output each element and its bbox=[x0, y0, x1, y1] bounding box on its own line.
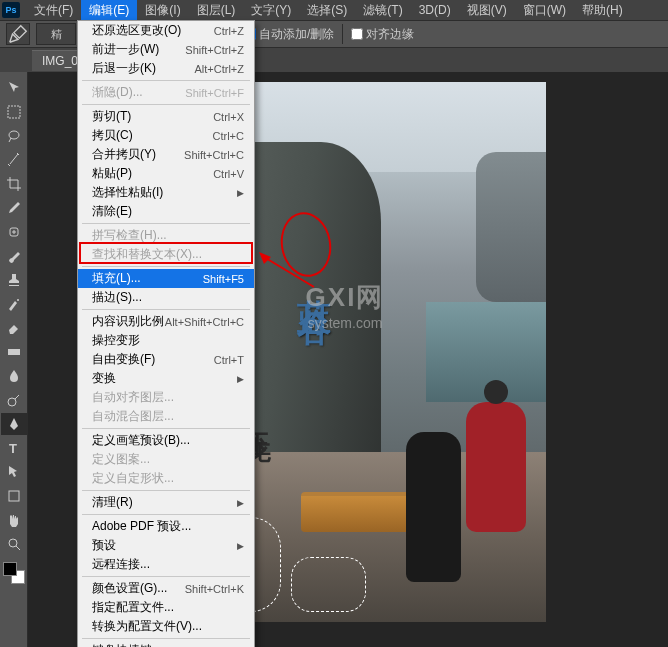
history-brush-tool[interactable] bbox=[1, 293, 27, 315]
menu-help[interactable]: 帮助(H) bbox=[574, 0, 631, 21]
fg-color-swatch[interactable] bbox=[3, 562, 17, 576]
lasso-tool[interactable] bbox=[1, 125, 27, 147]
menu-item[interactable]: 预设▶ bbox=[78, 536, 254, 555]
menu-item-label: 变换 bbox=[92, 370, 116, 387]
menu-item[interactable]: 转换为配置文件(V)... bbox=[78, 617, 254, 636]
menu-file[interactable]: 文件(F) bbox=[26, 0, 81, 21]
menu-window[interactable]: 窗口(W) bbox=[515, 0, 574, 21]
menu-view[interactable]: 视图(V) bbox=[459, 0, 515, 21]
align-edge-checkbox[interactable]: 对齐边缘 bbox=[351, 26, 414, 43]
menu-item-label: 合并拷贝(Y) bbox=[92, 146, 156, 163]
menu-item-label: 自动对齐图层... bbox=[92, 389, 174, 406]
svg-rect-14 bbox=[9, 491, 19, 501]
menu-item[interactable]: 描边(S)... bbox=[78, 288, 254, 307]
menu-item[interactable]: 后退一步(K)Alt+Ctrl+Z bbox=[78, 59, 254, 78]
rock-inscription-blue: 蓝月谷 bbox=[291, 272, 337, 290]
menu-3d[interactable]: 3D(D) bbox=[411, 1, 459, 19]
menu-item-label: 键盘快捷键... bbox=[92, 642, 162, 647]
menu-item-shortcut: Ctrl+T bbox=[214, 354, 244, 366]
heal-tool[interactable] bbox=[1, 221, 27, 243]
menu-item[interactable]: 变换▶ bbox=[78, 369, 254, 388]
menu-item[interactable]: 前进一步(W)Shift+Ctrl+Z bbox=[78, 40, 254, 59]
menu-item-shortcut: Ctrl+C bbox=[213, 130, 244, 142]
menu-item-label: 转换为配置文件(V)... bbox=[92, 618, 202, 635]
menu-item: 查找和替换文本(X)... bbox=[78, 245, 254, 264]
menu-item-label: 剪切(T) bbox=[92, 108, 131, 125]
menu-filter[interactable]: 滤镜(T) bbox=[355, 0, 410, 21]
menu-item-label: 查找和替换文本(X)... bbox=[92, 246, 202, 263]
dodge-tool[interactable] bbox=[1, 389, 27, 411]
menu-item-label: 清理(R) bbox=[92, 494, 133, 511]
align-edge-check-input[interactable] bbox=[351, 28, 363, 40]
svg-rect-11 bbox=[8, 349, 20, 355]
menu-item-label: 描边(S)... bbox=[92, 289, 142, 306]
menu-edit[interactable]: 编辑(E) bbox=[81, 0, 137, 21]
menu-item-label: 内容识别比例 bbox=[92, 313, 164, 330]
wand-tool[interactable] bbox=[1, 149, 27, 171]
menu-item-label: 预设 bbox=[92, 537, 116, 554]
menu-item-label: 渐隐(D)... bbox=[92, 84, 143, 101]
menu-item[interactable]: 远程连接... bbox=[78, 555, 254, 574]
crop-tool[interactable] bbox=[1, 173, 27, 195]
move-tool[interactable] bbox=[1, 77, 27, 99]
submenu-arrow-icon: ▶ bbox=[237, 374, 244, 384]
menu-item[interactable]: 定义画笔预设(B)... bbox=[78, 431, 254, 450]
menu-item-shortcut: Shift+Ctrl+Z bbox=[185, 44, 244, 56]
stamp-tool[interactable] bbox=[1, 269, 27, 291]
auto-add-checkbox[interactable]: 自动添加/删除 bbox=[244, 26, 334, 43]
hand-tool[interactable] bbox=[1, 509, 27, 531]
svg-text:T: T bbox=[9, 441, 17, 456]
zoom-tool[interactable] bbox=[1, 533, 27, 555]
submenu-arrow-icon: ▶ bbox=[237, 188, 244, 198]
path-select-tool[interactable] bbox=[1, 461, 27, 483]
svg-point-8 bbox=[9, 131, 19, 139]
menu-item[interactable]: 清除(E) bbox=[78, 202, 254, 221]
menu-layer[interactable]: 图层(L) bbox=[189, 0, 244, 21]
menu-item-label: 操控变形 bbox=[92, 332, 140, 349]
menu-item[interactable]: 拷贝(C)Ctrl+C bbox=[78, 126, 254, 145]
eraser-tool[interactable] bbox=[1, 317, 27, 339]
menu-item: 定义图案... bbox=[78, 450, 254, 469]
menu-item[interactable]: 颜色设置(G)...Shift+Ctrl+K bbox=[78, 579, 254, 598]
gradient-tool[interactable] bbox=[1, 341, 27, 363]
menu-item: 渐隐(D)...Shift+Ctrl+F bbox=[78, 83, 254, 102]
menu-item[interactable]: 剪切(T)Ctrl+X bbox=[78, 107, 254, 126]
menu-item[interactable]: 选择性粘贴(I)▶ bbox=[78, 183, 254, 202]
pen-tool[interactable] bbox=[1, 413, 27, 435]
menu-item: 自动混合图层... bbox=[78, 407, 254, 426]
submenu-arrow-icon: ▶ bbox=[237, 498, 244, 508]
menu-item[interactable]: Adobe PDF 预设... bbox=[78, 517, 254, 536]
menu-item[interactable]: 填充(L)...Shift+F5 bbox=[78, 269, 254, 288]
menu-item[interactable]: 指定配置文件... bbox=[78, 598, 254, 617]
menu-type[interactable]: 文字(Y) bbox=[243, 0, 299, 21]
svg-point-12 bbox=[8, 398, 16, 406]
menu-item[interactable]: 清理(R)▶ bbox=[78, 493, 254, 512]
menu-item[interactable]: 自由变换(F)Ctrl+T bbox=[78, 350, 254, 369]
menu-item-label: 定义图案... bbox=[92, 451, 150, 468]
menu-select[interactable]: 选择(S) bbox=[299, 0, 355, 21]
brush-tool[interactable] bbox=[1, 245, 27, 267]
menu-image[interactable]: 图像(I) bbox=[137, 0, 188, 21]
menu-item-label: 前进一步(W) bbox=[92, 41, 159, 58]
menu-item[interactable]: 粘贴(P)Ctrl+V bbox=[78, 164, 254, 183]
submenu-arrow-icon: ▶ bbox=[237, 541, 244, 551]
shape-tool[interactable] bbox=[1, 485, 27, 507]
menu-item[interactable]: 还原选区更改(O)Ctrl+Z bbox=[78, 21, 254, 40]
edit-menu-dropdown: 还原选区更改(O)Ctrl+Z前进一步(W)Shift+Ctrl+Z后退一步(K… bbox=[77, 20, 255, 647]
type-tool[interactable]: T bbox=[1, 437, 27, 459]
menu-item: 定义自定形状... bbox=[78, 469, 254, 488]
tools-panel: T bbox=[0, 72, 28, 647]
app-logo: Ps bbox=[2, 2, 20, 18]
marquee-tool[interactable] bbox=[1, 101, 27, 123]
menu-item[interactable]: 合并拷贝(Y)Shift+Ctrl+C bbox=[78, 145, 254, 164]
blur-tool[interactable] bbox=[1, 365, 27, 387]
menu-item-label: 定义画笔预设(B)... bbox=[92, 432, 190, 449]
svg-point-10 bbox=[17, 299, 19, 301]
menu-item[interactable]: 操控变形 bbox=[78, 331, 254, 350]
current-tool-icon[interactable] bbox=[6, 23, 30, 45]
menu-item[interactable]: 内容识别比例Alt+Shift+Ctrl+C bbox=[78, 312, 254, 331]
eyedropper-tool[interactable] bbox=[1, 197, 27, 219]
color-swatches[interactable] bbox=[3, 562, 25, 584]
menu-item[interactable]: 键盘快捷键...Alt+Shift+Ctrl+K bbox=[78, 641, 254, 647]
brush-preset-picker[interactable]: 精 bbox=[36, 23, 76, 45]
